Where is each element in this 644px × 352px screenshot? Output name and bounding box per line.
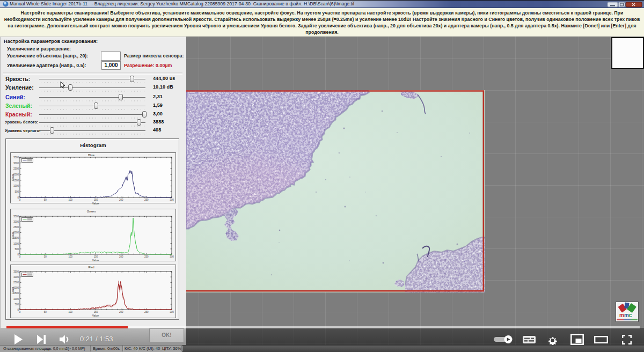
svg-text:3000: 3000: [13, 221, 19, 223]
svg-text:500: 500: [14, 303, 19, 306]
svg-text:50: 50: [44, 311, 47, 313]
svg-text:mmc: mmc: [619, 312, 632, 318]
svg-text:200: 200: [119, 199, 123, 201]
svg-text:Count: Count: [11, 287, 14, 294]
svg-text:Red: Red: [88, 266, 94, 269]
svg-text:Count: Count: [11, 173, 14, 181]
svg-text:500: 500: [14, 190, 19, 193]
svg-text:Value: Value: [92, 314, 99, 317]
svg-text:500: 500: [14, 248, 19, 251]
svg-text:200: 200: [119, 311, 123, 313]
svg-text:250: 250: [144, 199, 149, 201]
svg-text:1000: 1000: [13, 243, 19, 245]
svg-text:50: 50: [44, 199, 47, 201]
svg-text:250: 250: [144, 255, 149, 258]
svg-text:3000: 3000: [13, 162, 19, 165]
svg-text:50: 50: [44, 255, 47, 258]
svg-text:250: 250: [144, 311, 149, 313]
svg-text:2500: 2500: [13, 167, 19, 170]
svg-text:2500: 2500: [13, 226, 19, 229]
svg-text:300: 300: [170, 199, 174, 201]
svg-text:Value: Value: [92, 259, 99, 262]
svg-text:150: 150: [94, 255, 98, 258]
svg-text:100: 100: [69, 199, 73, 201]
svg-text:Green: Green: [87, 210, 96, 213]
svg-text:1000: 1000: [13, 185, 19, 187]
svg-text:3500: 3500: [13, 270, 19, 273]
svg-text:200: 200: [119, 255, 123, 258]
svg-text:3500: 3500: [13, 156, 19, 159]
svg-text:1000: 1000: [13, 298, 19, 300]
svg-text:300: 300: [170, 255, 174, 258]
svg-text:300: 300: [170, 311, 174, 313]
svg-text:Value: Value: [92, 202, 99, 205]
svg-text:3500: 3500: [13, 215, 19, 218]
svg-text:3000: 3000: [13, 276, 19, 278]
svg-text:150: 150: [94, 199, 98, 201]
svg-text:Count: Count: [11, 231, 14, 239]
svg-text:100: 100: [69, 255, 73, 258]
svg-text:150: 150: [94, 311, 98, 313]
svg-text:Blue: Blue: [88, 153, 95, 157]
svg-text:100: 100: [69, 311, 73, 313]
svg-text:2500: 2500: [13, 281, 19, 284]
